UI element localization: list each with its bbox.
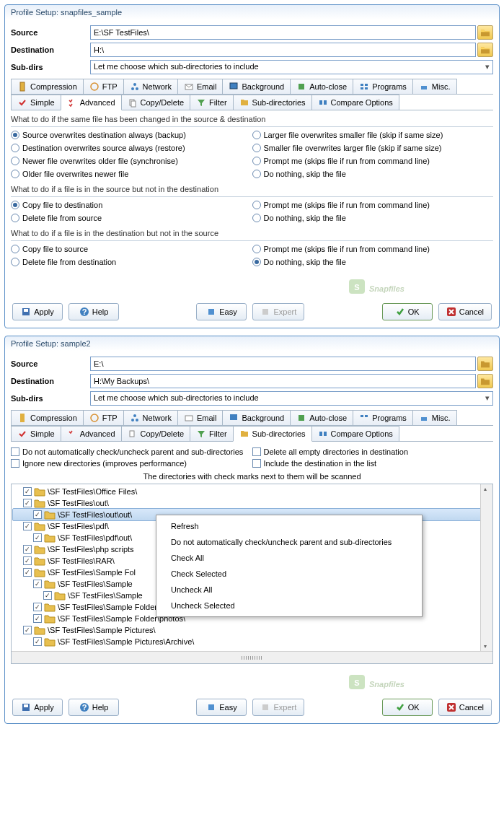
- destination-input[interactable]: [90, 43, 476, 57]
- tab-copydelete[interactable]: Copy/Delete: [121, 95, 191, 110]
- help-button-2[interactable]: ?Help: [68, 699, 119, 716]
- tab-network-2[interactable]: Network: [123, 410, 178, 425]
- cancel-button[interactable]: Cancel: [438, 303, 492, 320]
- radio-prompt2[interactable]: [252, 201, 261, 209]
- radio-copy-to-source[interactable]: [11, 245, 19, 253]
- tree-checkbox[interactable]: [33, 580, 42, 588]
- directory-tree[interactable]: \SF TestFiles\Office Files\\SF TestFiles…: [11, 484, 493, 664]
- radio-larger-overwrites[interactable]: [252, 131, 261, 139]
- browse-source-button[interactable]: [477, 25, 493, 40]
- folder-icon: [44, 637, 56, 647]
- tree-checkbox[interactable]: [43, 591, 52, 600]
- source-label-2: Source: [11, 359, 90, 368]
- radio-source-overwrites[interactable]: [11, 131, 19, 139]
- ok-button[interactable]: OK: [382, 303, 433, 320]
- cb-ignore-new[interactable]: [11, 459, 19, 468]
- tab-misc[interactable]: Misc.: [412, 79, 457, 94]
- ctx-refresh[interactable]: Refresh: [158, 518, 420, 534]
- tab-compareoptions-2[interactable]: Compare Options: [311, 426, 399, 441]
- scrollbar-vertical[interactable]: [480, 484, 492, 651]
- tree-checkbox[interactable]: [23, 487, 32, 496]
- ok-button-2[interactable]: OK: [382, 699, 433, 716]
- tab-background-2[interactable]: Background: [222, 410, 291, 425]
- apply-button[interactable]: Apply: [12, 303, 63, 320]
- radio-delete-from-dest[interactable]: [11, 258, 19, 266]
- subdirs-select-2[interactable]: Let me choose which sub-directories to i…: [90, 391, 493, 406]
- tab-compareoptions[interactable]: Compare Options: [311, 95, 399, 110]
- tab-simple[interactable]: Simple: [11, 95, 61, 110]
- tree-checkbox[interactable]: [23, 499, 32, 507]
- radio-prompt3[interactable]: [252, 245, 261, 253]
- tab-compression[interactable]: Compression: [11, 79, 84, 94]
- tab-ftp-2[interactable]: FTP: [83, 410, 124, 425]
- tree-checkbox[interactable]: [33, 637, 42, 646]
- tree-row[interactable]: \SF TestFiles\Office Files\: [13, 486, 491, 497]
- cancel-button-2[interactable]: Cancel: [438, 699, 492, 716]
- ctx-uncheck-all[interactable]: Uncheck All: [158, 582, 420, 598]
- tab-simple-2[interactable]: Simple: [11, 426, 61, 441]
- tree-checkbox[interactable]: [23, 545, 32, 554]
- radio-dest-overwrites[interactable]: [11, 144, 19, 152]
- cb-delete-empty[interactable]: [252, 447, 261, 456]
- tree-checkbox[interactable]: [33, 533, 42, 542]
- browse-destination-button-2[interactable]: [477, 374, 493, 388]
- tab-compression-2[interactable]: Compression: [11, 410, 84, 425]
- ctx-check-all[interactable]: Check All: [158, 550, 420, 566]
- tab-filter-2[interactable]: Filter: [190, 426, 233, 441]
- easy-button-2[interactable]: Easy: [196, 699, 247, 716]
- expert-button[interactable]: Expert: [252, 303, 304, 320]
- tab-ftp[interactable]: FTP: [83, 79, 124, 94]
- radio-prompt1[interactable]: [252, 157, 261, 165]
- tab-email[interactable]: Email: [177, 79, 224, 94]
- tab-misc-2[interactable]: Misc.: [412, 410, 457, 425]
- cb-include-dest[interactable]: [252, 459, 261, 468]
- tree-checkbox[interactable]: [33, 614, 42, 623]
- easy-button[interactable]: Easy: [196, 303, 247, 320]
- svg-rect-12: [421, 86, 427, 89]
- tab-programs-2[interactable]: Programs: [353, 410, 413, 425]
- expert-button-2[interactable]: Expert: [252, 699, 304, 716]
- tab-filter[interactable]: Filter: [190, 95, 233, 110]
- help-button[interactable]: ?Help: [68, 303, 119, 320]
- tab-advanced-2[interactable]: Advanced: [61, 426, 122, 441]
- tree-row[interactable]: \SF TestFiles\Sample Pictures\Archive\: [13, 636, 491, 647]
- browse-destination-button[interactable]: [477, 43, 493, 57]
- source-input[interactable]: [90, 25, 476, 40]
- radio-copy-to-dest[interactable]: [11, 201, 19, 209]
- tree-checkbox[interactable]: [23, 556, 32, 565]
- destination-input-2[interactable]: [90, 374, 476, 388]
- tree-checkbox[interactable]: [33, 510, 42, 519]
- tab-subdirectories-2[interactable]: Sub-directories: [233, 426, 312, 442]
- radio-newer-overwrites[interactable]: [11, 157, 19, 165]
- tab-copydelete-2[interactable]: Copy/Delete: [121, 426, 191, 441]
- tab-subdirectories[interactable]: Sub-directories: [233, 95, 312, 110]
- tree-checkbox[interactable]: [23, 626, 32, 634]
- tab-email-2[interactable]: Email: [177, 410, 224, 425]
- tree-row[interactable]: \SF TestFiles\Sample Pictures\: [13, 624, 491, 636]
- tab-autoclose[interactable]: Auto-close: [290, 79, 353, 94]
- tab-programs[interactable]: Programs: [353, 79, 413, 94]
- cb-no-auto-check[interactable]: [11, 447, 19, 456]
- tree-checkbox[interactable]: [23, 568, 32, 577]
- scrollbar-horizontal[interactable]: [12, 651, 492, 663]
- tab-advanced[interactable]: Advanced: [61, 95, 122, 110]
- radio-older-overwrites[interactable]: [11, 170, 19, 178]
- radio-donothing2[interactable]: [252, 214, 261, 222]
- tab-background[interactable]: Background: [222, 79, 291, 94]
- apply-button-2[interactable]: Apply: [12, 699, 63, 716]
- ctx-uncheck-selected[interactable]: Uncheck Selected: [158, 598, 420, 613]
- tab-autoclose-2[interactable]: Auto-close: [290, 410, 353, 425]
- radio-smaller-overwrites[interactable]: [252, 144, 261, 152]
- ctx-no-auto[interactable]: Do not automatically check/uncheck paren…: [158, 534, 420, 550]
- tree-checkbox[interactable]: [33, 603, 42, 611]
- browse-source-button-2[interactable]: [477, 357, 493, 371]
- tab-network[interactable]: Network: [123, 79, 178, 94]
- radio-delete-from-source[interactable]: [11, 214, 19, 222]
- radio-donothing3[interactable]: [252, 258, 261, 266]
- radio-donothing1[interactable]: [252, 170, 261, 178]
- subdirs-select[interactable]: Let me choose which sub-directories to i…: [90, 60, 493, 74]
- source-input-2[interactable]: [90, 357, 476, 371]
- tree-checkbox[interactable]: [23, 522, 32, 530]
- ctx-check-selected[interactable]: Check Selected: [158, 566, 420, 582]
- tree-row[interactable]: \SF TestFiles\out\: [13, 497, 491, 509]
